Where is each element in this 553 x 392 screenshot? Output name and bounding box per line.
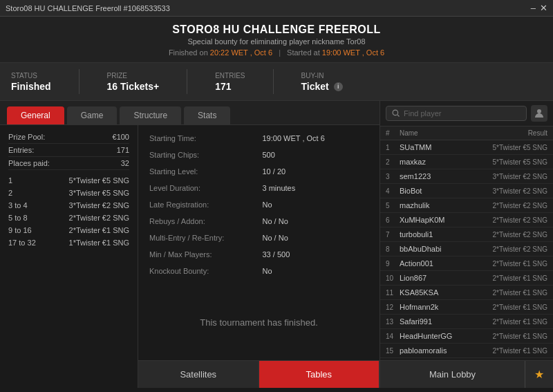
gi-value-6: No / No [263,232,369,244]
player-result: 2*Twister €2 SNG [471,216,547,224]
place-prize-2: 3*Twister €5 SNG [69,189,129,197]
finished-message: This tournament has finished. [138,284,379,360]
player-rank: 3 [386,173,400,180]
status-divider-2 [187,69,187,94]
tournament-subtitle: Special bounty for eliminating player ni… [0,37,553,46]
player-rank: 10 [386,274,400,282]
status-item-entries: Entries 171 [215,72,245,92]
gi-label-7: Min / Max Players: [149,248,256,261]
player-list-header: # Name Result [380,127,553,140]
svg-line-1 [397,115,400,117]
player-name: mazhulik [400,201,471,209]
entries-row-label: Entries: [8,146,34,154]
status-item-status: Status Finished [11,72,51,92]
player-result: 2*Twister €1 SNG [471,304,547,311]
player-result: 2*Twister €2 SNG [471,231,547,239]
minimize-button[interactable]: – [531,3,536,12]
player-result: 2*Twister €2 SNG [471,245,547,253]
player-rank: 6 [386,216,400,224]
place-row-9-16: 9 to 16 2*Twister €1 SNG [8,224,129,236]
list-item[interactable]: 7 turbobuli1 2*Twister €2 SNG [380,227,553,242]
list-item[interactable]: 2 maxkaz 5*Twister €5 SNG [380,155,553,169]
list-item[interactable]: 9 Action001 2*Twister €1 SNG [380,256,553,271]
finished-label: Finished on [169,48,208,57]
list-item[interactable]: 12 Hofmann2k 2*Twister €1 SNG [380,300,553,315]
search-bar [380,101,553,127]
place-rank-1: 1 [8,176,12,185]
place-rank-9-16: 9 to 16 [8,226,32,234]
player-rank: 12 [386,304,400,311]
left-panel: General Game Structure Stats Prize Pool:… [0,101,380,388]
game-info: Starting Time: 19:00 WET , Oct 6 Startin… [138,125,379,284]
player-name: Hofmann2k [400,303,471,311]
player-rank: 8 [386,245,400,253]
gi-value-5: No / No [263,215,369,227]
player-result: 5*Twister €5 SNG [471,144,547,151]
main-content: General Game Structure Stats Prize Pool:… [0,101,553,388]
place-prize-1: 5*Twister €5 SNG [69,176,129,185]
player-result: 2*Twister €1 SNG [471,274,547,282]
bottom-buttons: Satellites Tables [138,360,379,388]
player-name: Action001 [400,259,471,268]
tables-button[interactable]: Tables [259,361,380,388]
player-name: maxkaz [400,158,471,166]
svg-point-0 [393,110,398,115]
gi-value-7: 33 / 500 [263,248,369,261]
player-name: XuMHapK0M [400,216,471,224]
prize-label: Prize [107,72,160,80]
player-rank: 2 [386,158,400,166]
player-list: 1 SUaTMM 5*Twister €5 SNG 2 maxkaz 5*Twi… [380,140,553,360]
list-item[interactable]: 10 Lion867 2*Twister €1 SNG [380,271,553,286]
player-result: 2*Twister €2 SNG [471,202,547,209]
search-icon [392,109,400,118]
prize-pool-row: Prize Pool: €100 [8,131,129,144]
player-result: 5*Twister €5 SNG [471,158,547,166]
favorite-star-button[interactable]: ★ [525,361,553,388]
search-input[interactable] [404,109,521,118]
gi-label-5: Rebuys / Addon: [149,215,256,227]
list-item[interactable]: 4 BioBot 3*Twister €2 SNG [380,184,553,198]
gi-value-1: 500 [263,149,369,161]
satellites-button[interactable]: Satellites [138,361,259,388]
player-rank: 14 [386,333,400,340]
list-item[interactable]: 14 HeadHunterGG 2*Twister €1 SNG [380,329,553,344]
tab-stats[interactable]: Stats [184,106,230,124]
player-icon-button[interactable] [531,105,547,122]
place-rank-3-4: 3 to 4 [8,201,28,209]
status-value: Finished [11,81,51,92]
player-rank: 9 [386,260,400,268]
tab-structure[interactable]: Structure [120,106,181,124]
entries-label: Entries [215,72,245,80]
status-divider-3 [273,69,274,94]
gi-label-6: Multi-Entry / Re-Entry: [149,232,256,244]
col-result-header: Result [471,129,547,137]
list-item[interactable]: 8 bbAbuDhabi 2*Twister €2 SNG [380,242,553,256]
gi-label-8: Knockout Bounty: [149,265,256,277]
buyin-value: Ticket i [301,81,343,92]
search-input-wrap[interactable] [386,106,527,121]
entries-value: 171 [215,81,245,92]
player-result: 2*Twister €1 SNG [471,333,547,340]
list-item[interactable]: 13 Safari991 2*Twister €1 SNG [380,315,553,329]
list-item[interactable]: 3 sem1223 3*Twister €2 SNG [380,169,553,184]
gi-value-0: 19:00 WET , Oct 6 [263,132,369,144]
prize-pool-value: €100 [113,133,129,141]
buyin-info-icon[interactable]: i [334,82,343,91]
main-lobby-button[interactable]: Main Lobby [380,361,525,388]
player-result: 3*Twister €2 SNG [471,187,547,195]
place-row-2: 2 3*Twister €5 SNG [8,187,129,199]
tournament-header: STORO8 HU CHALLENGE FREEROLL Special bou… [0,17,553,62]
tab-game[interactable]: Game [67,106,118,124]
player-rank: 4 [386,187,400,195]
tab-general[interactable]: General [7,106,64,124]
list-item[interactable]: 1 SUaTMM 5*Twister €5 SNG [380,140,553,155]
list-item[interactable]: 5 mazhulik 2*Twister €2 SNG [380,198,553,213]
close-button[interactable]: ✕ [540,3,547,12]
player-name: BioBot [400,187,471,195]
list-item[interactable]: 6 XuMHapK0M 2*Twister €2 SNG [380,213,553,227]
list-item[interactable]: 15 pabloamoralis 2*Twister €1 SNG [380,344,553,358]
gi-value-4: No [263,198,369,211]
list-item[interactable]: 11 KSA85KSA 2*Twister €1 SNG [380,286,553,300]
window-controls: – ✕ [531,3,547,12]
place-rank-5-8: 5 to 8 [8,214,28,222]
